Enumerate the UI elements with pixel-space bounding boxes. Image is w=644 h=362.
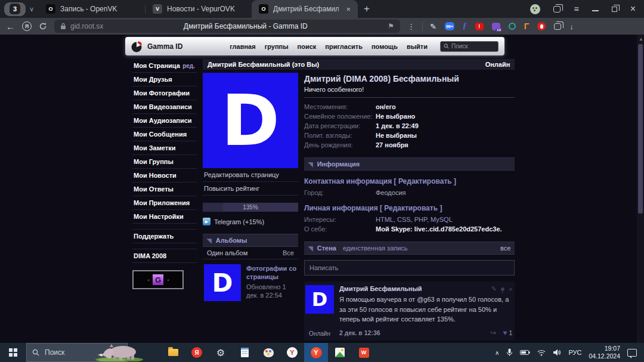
pipette-extension-icon[interactable]: ✎ <box>430 22 436 31</box>
wall-section-header[interactable]: ◥ Стена единственная запись все <box>304 242 515 255</box>
sidebar-item-apps[interactable]: Мои Приложения <box>132 196 197 210</box>
browser-menu-icon[interactable]: ≡ <box>574 4 578 14</box>
site-logo-text[interactable]: Gamma ID <box>147 42 182 51</box>
sidebar-item-friends[interactable]: Мои Друзья <box>132 73 197 86</box>
interests-links[interactable]: HTML, CSS, PHP, MySQL <box>376 216 453 223</box>
adblock-extension-icon[interactable] <box>537 22 546 30</box>
microphone-icon[interactable] <box>506 348 513 357</box>
taskbar-wordpad[interactable]: W <box>352 343 376 362</box>
personal-edit-link[interactable]: [ Редактировать ] <box>380 204 442 212</box>
sidebar-item-answers[interactable]: Мои Ответы <box>132 182 197 196</box>
post-author-avatar[interactable]: D <box>305 285 334 314</box>
sidebar-item-settings[interactable]: Мои Настройки <box>132 210 197 224</box>
browser-tab-2[interactable]: V Новости - VepurOVK <box>145 0 252 18</box>
albums-all-link[interactable]: Все <box>283 249 294 256</box>
tab-groups-icon[interactable] <box>554 23 561 30</box>
more-options-icon[interactable]: ⋮ <box>407 22 415 31</box>
start-button[interactable] <box>0 343 26 362</box>
sidebar-item-messages[interactable]: Мои Сообщения <box>132 128 197 141</box>
nav-search[interactable]: поиск <box>298 43 317 50</box>
reload-icon[interactable] <box>39 22 47 30</box>
album-title-link[interactable]: Фотографии со страницы <box>246 264 298 281</box>
taskbar-paint[interactable] <box>256 343 280 362</box>
ring-extension-icon[interactable] <box>509 23 516 30</box>
info-section-header[interactable]: ◥ Информация <box>304 157 515 171</box>
gamma-extension-icon[interactable]: Γ <box>524 21 529 31</box>
profile-status-text[interactable]: Ничего особенного! <box>304 86 515 93</box>
album-item[interactable]: D Фотографии со страницы Обновлено 1 дек… <box>203 259 298 301</box>
sidebar-item-news[interactable]: Мои Новости <box>132 169 197 182</box>
sidebar-item-support[interactable]: Поддержать <box>132 229 197 243</box>
volume-icon[interactable] <box>553 349 561 356</box>
post-author-link[interactable]: Дмитрий Бесфамильный <box>339 285 422 292</box>
repost-icon[interactable]: ↪ <box>490 329 496 337</box>
browser-tab-active[interactable]: O Дмитрий Бесфамильнь × <box>252 0 358 18</box>
red-extension-icon[interactable]: ! <box>475 23 484 30</box>
albums-section-header[interactable]: ◥ Альбомы <box>203 234 298 247</box>
notification-center-icon[interactable] <box>627 349 637 357</box>
sidebar-item-audio[interactable]: Мои Аудиозаписи <box>132 114 197 128</box>
delete-post-icon[interactable]: × <box>509 286 512 293</box>
sidebar-item-notes[interactable]: Мои Заметки <box>132 141 197 155</box>
bookmark-icon[interactable]: ⚑ <box>388 22 394 30</box>
album-thumbnail[interactable]: D <box>204 264 241 301</box>
edit-page-link[interactable]: Редактировать страницу <box>203 168 298 182</box>
like-icon[interactable]: ♥ <box>503 329 507 337</box>
taskbar-yandex-browser-active[interactable]: Y <box>304 343 328 362</box>
nav-home[interactable]: главная <box>230 43 255 50</box>
scroll-up-icon[interactable]: ▲ <box>639 36 643 42</box>
taskbar-photos[interactable] <box>328 343 352 362</box>
taskbar-clock[interactable]: 19:07 04.12.2024 <box>589 345 620 360</box>
profile-avatar[interactable]: D <box>203 73 298 168</box>
gamma-logo-icon[interactable] <box>131 41 143 52</box>
scrollbar-thumb[interactable] <box>638 44 643 214</box>
tab-panel-icon[interactable] <box>553 6 561 13</box>
taskbar-notepad[interactable] <box>233 343 256 362</box>
sidebar-item-groups[interactable]: Мои Группы <box>132 155 197 169</box>
nav-logout[interactable]: выйти <box>407 43 428 50</box>
sidebar-edit-link[interactable]: ред. <box>182 63 195 69</box>
taskbar-settings[interactable]: ⚙ <box>209 343 233 362</box>
wifi-icon[interactable] <box>537 349 546 356</box>
sidebar-banner[interactable]: ✦ G ✦ <box>132 270 184 289</box>
taskbar-yandex-app[interactable]: Я <box>185 343 209 362</box>
taskbar-yandex-start[interactable]: Y <box>280 343 304 362</box>
language-indicator[interactable]: РУС <box>568 349 581 356</box>
back-icon[interactable]: ← <box>6 21 15 32</box>
sidebar-item-nickname[interactable]: DIMA 2008 <box>132 249 197 263</box>
sidebar-item-photos[interactable]: Мои Фотографии <box>132 86 197 100</box>
browser-tab-1[interactable]: O Запись - OpenVK <box>39 0 145 18</box>
contact-edit-link[interactable]: [ Редактировать ] <box>394 177 456 185</box>
chat-extension-icon[interactable]: 99+ <box>445 22 454 30</box>
browser-scrollbar[interactable]: ▲ <box>637 35 644 343</box>
battery-icon[interactable] <box>520 349 530 355</box>
restore-window-button[interactable] <box>612 7 617 12</box>
address-bar[interactable]: gid.root.sx Дмитрий Бесфамильный - Gamma… <box>54 20 400 33</box>
pin-post-icon[interactable] <box>501 287 504 291</box>
site-search-input[interactable]: Поиск <box>440 41 499 52</box>
taskbar-file-explorer[interactable] <box>161 343 185 362</box>
sidebar-item-my-page[interactable]: Моя Страница ред. <box>132 59 197 73</box>
telegram-link[interactable]: ▶ Telegram (+15%) <box>203 218 298 225</box>
browser-profile-avatar[interactable] <box>530 4 540 14</box>
wall-write-input[interactable]: Написать <box>304 260 515 276</box>
yandex-home-icon[interactable]: Я <box>22 21 32 31</box>
chevron-down-icon[interactable]: ∨ <box>29 5 34 13</box>
close-tab-icon[interactable]: × <box>346 5 351 14</box>
purple-extension-icon[interactable]: 13 <box>492 23 500 30</box>
function-extension-icon[interactable]: ƒ <box>463 21 467 31</box>
wall-all-link[interactable]: все <box>500 245 510 252</box>
tray-expand-icon[interactable]: ∧ <box>495 349 499 356</box>
post-date-link[interactable]: 2 дек. в 12:36 <box>339 329 380 336</box>
boost-rating-link[interactable]: Повысить рейтинг <box>203 182 298 196</box>
minimize-button[interactable] <box>592 10 599 11</box>
download-icon[interactable]: ↓ <box>569 22 574 31</box>
new-tab-button[interactable]: + <box>364 3 370 15</box>
nav-help[interactable]: помощь <box>371 43 398 50</box>
nav-invite[interactable]: пригласить <box>325 43 363 50</box>
close-window-button[interactable]: × <box>630 4 636 14</box>
tab-counter[interactable]: 3 ∨ <box>4 2 39 16</box>
edit-post-icon[interactable]: ✎ <box>491 285 497 293</box>
sidebar-item-videos[interactable]: Мои Видеозаписи <box>132 100 197 114</box>
nav-groups[interactable]: группы <box>265 43 289 50</box>
